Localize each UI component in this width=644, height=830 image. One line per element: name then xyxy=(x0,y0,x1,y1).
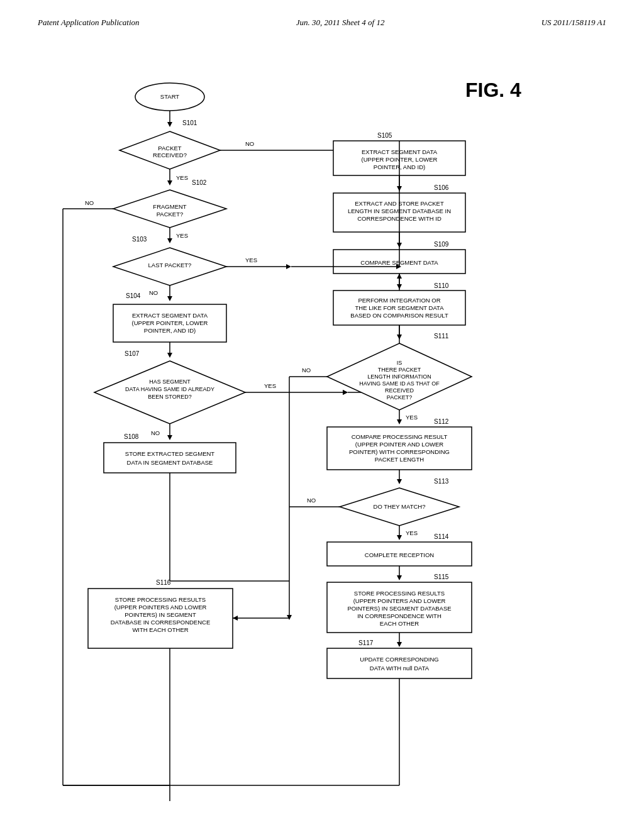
s110-t2: THE LIKE FOR SEGMENT DATA xyxy=(355,304,445,311)
s108-t2: DATA IN SEGMENT DATABASE xyxy=(127,459,213,466)
s111-t4: HAVING SAME ID AS THAT OF xyxy=(359,380,440,387)
s108-t1: STORE EXTRACTED SEGMENT xyxy=(125,450,215,457)
s111-t1: IS xyxy=(397,360,402,366)
svg-marker-59 xyxy=(343,390,348,395)
start-label: START xyxy=(160,93,179,100)
s104-label: S104 xyxy=(126,292,141,299)
s103-label: S103 xyxy=(132,236,147,243)
s104-t2: (UPPER POINTER, LOWER xyxy=(132,319,208,326)
s116-t2: (UPPER POINTERS AND LOWER xyxy=(114,604,207,611)
svg-marker-35 xyxy=(397,419,402,424)
s113-yes-label: YES xyxy=(406,529,418,536)
s113-label: S113 xyxy=(434,478,449,485)
s111-yes-label: YES xyxy=(406,414,418,421)
s107-t1: HAS SEGMENT xyxy=(149,379,191,385)
s102-text2: PACKET? xyxy=(157,211,184,218)
svg-marker-50 xyxy=(287,615,292,620)
s116-t3: POINTERS) IN SEGMENT xyxy=(125,611,196,618)
s110-label: S110 xyxy=(434,282,449,289)
s112-t1: COMPARE PROCESSING RESULT xyxy=(352,433,448,440)
svg-marker-19 xyxy=(167,435,172,440)
s107-t2: DATA HAVING SAME ID ALREADY xyxy=(125,386,214,392)
s107-no-label: NO xyxy=(151,429,160,436)
s101-label: S101 xyxy=(182,119,197,126)
s111-label: S111 xyxy=(434,333,449,340)
s107-label: S107 xyxy=(125,350,140,357)
header-left: Patent Application Publication xyxy=(38,18,140,28)
flowchart-svg: FIG. 4 START S101 PACKET RECEIVED? NO YE… xyxy=(0,34,644,807)
s108-label: S108 xyxy=(124,433,139,440)
svg-marker-1 xyxy=(167,122,172,127)
s117-t1: UPDATE CORRESPONDING xyxy=(360,656,438,663)
s102-yes-label: YES xyxy=(176,232,188,239)
s115-t3: POINTERS) IN SEGMENT DATABASE xyxy=(347,605,451,612)
svg-marker-37 xyxy=(397,479,402,484)
s101-text2: RECEIVED? xyxy=(153,152,187,158)
s102-label: S102 xyxy=(192,179,207,186)
s101-no-label: NO xyxy=(245,140,254,147)
diagram-area: FIG. 4 START S101 PACKET RECEIVED? NO YE… xyxy=(0,34,644,807)
s104-t1: EXTRACT SEGMENT DATA xyxy=(132,312,208,319)
svg-marker-29 xyxy=(397,284,402,289)
s115-t2: (UPPER POINTERS AND LOWER xyxy=(353,597,446,604)
s109-label: S109 xyxy=(434,241,449,248)
s103-text: LAST PACKET? xyxy=(148,262,192,268)
s116-label: S116 xyxy=(156,579,171,586)
s117-node xyxy=(327,648,472,678)
s115-label: S115 xyxy=(434,573,449,580)
svg-marker-13 xyxy=(167,296,172,301)
s115-t1: STORE PROCESSING RESULTS xyxy=(354,590,445,597)
page: Patent Application Publication Jun. 30, … xyxy=(0,0,644,830)
s101-yes-label: YES xyxy=(176,174,188,181)
s112-label: S112 xyxy=(434,418,449,425)
s108-node xyxy=(104,443,236,473)
s113-no-label: NO xyxy=(307,497,316,504)
s115-t4: IN CORRESPONDENCE WITH xyxy=(357,612,441,619)
s115-t5: EACH OTHER xyxy=(380,620,419,627)
header-right: US 2011/158119 A1 xyxy=(541,18,606,28)
svg-marker-31 xyxy=(397,335,402,340)
s102-text: FRAGMENT xyxy=(153,203,187,210)
s116-t1: STORE PROCESSING RESULTS xyxy=(115,596,206,603)
s112-t2: (UPPER POINTER AND LOWER xyxy=(355,441,444,448)
s111-t6: PACKET? xyxy=(387,394,412,401)
s102-no-label: NO xyxy=(85,199,94,206)
svg-marker-9 xyxy=(167,238,172,243)
s112-t3: POINTER) WITH CORRESPONDING xyxy=(349,448,450,455)
s114-label: S114 xyxy=(434,533,449,540)
s111-no-label: NO xyxy=(302,367,311,374)
s116-t4: DATABASE IN CORRESPONDENCE xyxy=(111,619,211,626)
s110-t3: BASED ON COMPARISON RESULT xyxy=(350,312,448,319)
s111-t5: RECEIVED xyxy=(385,387,414,394)
s111-t3: LENGTH INFORMATION xyxy=(367,374,431,380)
svg-marker-11 xyxy=(286,264,291,269)
svg-marker-52 xyxy=(233,616,238,621)
svg-marker-39 xyxy=(397,535,402,540)
header-center: Jun. 30, 2011 Sheet 4 of 12 xyxy=(296,18,385,28)
s101-text: PACKET xyxy=(158,145,182,152)
s117-label: S117 xyxy=(358,639,374,646)
s111-t2: THERE PACKET xyxy=(378,367,421,373)
svg-marker-43 xyxy=(397,642,402,647)
svg-marker-41 xyxy=(397,575,402,580)
s105-label: S105 xyxy=(377,132,392,139)
s107-yes-label: YES xyxy=(264,382,276,389)
page-header: Patent Application Publication Jun. 30, … xyxy=(0,0,644,34)
s106-label: S106 xyxy=(434,184,449,191)
s103-yes-label: YES xyxy=(245,257,257,263)
figure-title: FIG. 4 xyxy=(465,79,521,101)
svg-marker-5 xyxy=(167,180,172,185)
s104-t3: POINTER, AND ID) xyxy=(144,327,196,334)
s107-t3: BEEN STORED? xyxy=(148,394,191,400)
s103-no-label: NO xyxy=(149,289,158,296)
s112-t4: PACKET LENGTH xyxy=(375,456,424,463)
s116-t5: WITH EACH OTHER xyxy=(132,626,188,633)
s110-t1: PERFORM INTEGRATION OR xyxy=(358,297,440,304)
s117-t2: DATA WITH null DATA xyxy=(370,665,430,672)
s113-text: DO THEY MATCH? xyxy=(374,503,426,510)
s114-text: COMPLETE RECEPTION xyxy=(365,551,434,558)
svg-marker-15 xyxy=(167,353,172,358)
